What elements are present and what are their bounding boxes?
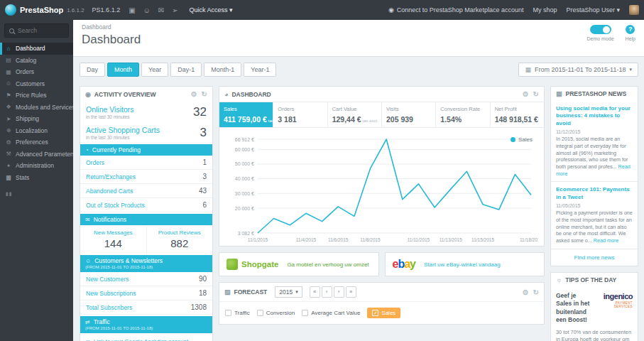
date-range-picker[interactable]: From 2015-11-01 To 2015-11-18 ▾: [518, 63, 638, 77]
dashboard-panel-header: DASHBOARD: [219, 87, 544, 102]
user-menu[interactable]: PrestaShop User ▾: [566, 6, 620, 13]
svg-text:66 912 €: 66 912 €: [235, 137, 254, 142]
sidebar-item-catalog[interactable]: Catalog: [0, 55, 73, 67]
sidebar-item-customers[interactable]: Customers: [0, 78, 73, 90]
range-button-day[interactable]: Day: [80, 63, 105, 77]
sidebar-item-stats[interactable]: Stats: [0, 172, 73, 184]
envelope-icon: [85, 217, 90, 223]
demo-mode-label: Demo mode: [586, 36, 613, 41]
last-year-button[interactable]: »: [346, 286, 356, 298]
shopgate-link[interactable]: Ga mobiel en verhoog uw omzet: [287, 261, 369, 268]
panel-refresh-icon[interactable]: [533, 288, 539, 296]
search-input[interactable]: [18, 27, 65, 34]
legend-toggle-sales[interactable]: ✓ Sales: [367, 308, 400, 318]
pending-row-orders[interactable]: Orders 1: [80, 156, 212, 170]
range-button-month-1[interactable]: Month-1: [204, 63, 241, 77]
activity-icon: [85, 91, 91, 98]
kpi-net-profit[interactable]: Net Profit 148 918,51 €: [491, 102, 544, 127]
home-icon: [5, 45, 12, 52]
customers-row-new-subscriptions[interactable]: New Subscriptions 18: [80, 286, 212, 301]
sidebar-collapse-button[interactable]: ▮▮: [0, 183, 73, 205]
first-year-button[interactable]: «: [310, 286, 320, 298]
customers-icon: [5, 80, 12, 87]
demo-mode-toggle[interactable]: [590, 25, 611, 34]
quick-access-menu[interactable]: Quick Access ▾: [190, 6, 233, 13]
active-carts-stat: Active Shopping Carts in the last 30 min…: [80, 122, 212, 143]
merchant-expertise-icon[interactable]: [172, 6, 178, 14]
panel-settings-icon[interactable]: [523, 90, 529, 98]
sidebar-item-dashboard[interactable]: Dashboard: [0, 43, 73, 55]
sidebar-item-advanced-parameters[interactable]: Advanced Parameters: [0, 148, 73, 161]
active-carts-value: 3: [200, 126, 207, 140]
sidebar-item-orders[interactable]: Orders: [0, 66, 73, 78]
kpi-cart-value[interactable]: Cart Value 129,44 €tax excl.: [328, 102, 382, 127]
kpi-sales[interactable]: Sales 411 759,00 €tax excl.: [219, 102, 273, 127]
panel-settings-icon[interactable]: [523, 288, 529, 296]
user-avatar[interactable]: [629, 5, 639, 15]
orders-notification-icon[interactable]: [129, 6, 135, 14]
marketplace-link[interactable]: Connect to PrestaShop Marketplace accoun…: [388, 6, 523, 13]
panel-refresh-icon[interactable]: [533, 90, 539, 98]
main-content: Dashboard Dashboard Demo mode ? Help Day…: [73, 20, 644, 341]
help-label: Help: [626, 36, 635, 41]
kpi-orders[interactable]: Orders 3 181: [273, 102, 327, 127]
sales-line-chart: 66 912 €60 000 €50 000 €40 000 €30 000 €…: [225, 132, 538, 244]
messages-notification-icon[interactable]: [158, 6, 164, 14]
product-reviews-cell[interactable]: Product Reviews 882: [146, 225, 213, 254]
my-shop-link[interactable]: My shop: [533, 6, 557, 13]
customers-row-total-subscribers[interactable]: Total Subscribers 1308: [80, 301, 212, 315]
news-item-title[interactable]: Ecommerce 101: Payments in a Tweet: [556, 186, 633, 201]
sidebar-item-modules[interactable]: Modules and Services: [0, 102, 73, 114]
tips-text: 30 tot 70% van de consumenten in Europa …: [556, 329, 633, 341]
truck-icon: [5, 116, 12, 122]
sidebar-item-preferences[interactable]: Preferences: [0, 136, 73, 148]
checkbox-icon: [302, 310, 308, 316]
kpi-conversion-rate[interactable]: Conversion Rate 1.54%: [436, 102, 490, 127]
legend-toggle-traffic[interactable]: Traffic: [225, 310, 250, 316]
sidebar-item-localization[interactable]: Localization: [0, 125, 73, 137]
sidebar-item-price-rules[interactable]: Price Rules: [0, 90, 73, 102]
svg-text:60 000 €: 60 000 €: [235, 147, 254, 152]
legend-toggle-conversion[interactable]: Conversion: [257, 310, 295, 316]
prestashop-news-panel: PRESTASHOP NEWS Using social media for y…: [550, 86, 638, 266]
sidebar-search[interactable]: [4, 23, 69, 38]
news-item-excerpt: In 2015, social media are an integral pa…: [556, 136, 633, 177]
sidebar-item-shipping[interactable]: Shipping: [0, 113, 73, 125]
customers-newsletters-header: Customers & Newsletters (FROM 2015-11-01…: [80, 255, 212, 272]
ebay-link[interactable]: Start uw eBay-winkel vandaag: [424, 261, 501, 268]
legend-toggle-average-cart-value[interactable]: Average Cart Value: [302, 310, 360, 316]
customers-notification-icon[interactable]: [143, 6, 151, 14]
kpi-visits[interactable]: Visits 205 939: [382, 102, 436, 127]
new-messages-cell[interactable]: New Messages 144: [80, 225, 146, 254]
news-item-title[interactable]: Using social media for your business: 4 …: [556, 105, 633, 127]
panel-refresh-icon[interactable]: [202, 90, 207, 98]
date-range-toolbar: Day Month Year Day-1 Month-1 Year-1 From…: [80, 63, 638, 77]
shopgate-logo: Shopgate: [227, 259, 278, 270]
chart-legend[interactable]: Sales: [511, 136, 533, 143]
year-select[interactable]: 2015 ▾: [275, 286, 302, 298]
range-button-day-1[interactable]: Day-1: [170, 63, 202, 77]
next-year-button[interactable]: ›: [334, 286, 344, 298]
pending-row-out-of-stock[interactable]: Out of Stock Products 6: [80, 198, 212, 212]
ingenico-logo[interactable]: ingenico PAYMENT SERVICES: [596, 292, 633, 325]
help-icon[interactable]: ?: [626, 25, 635, 34]
pending-row-abandoned-carts[interactable]: Abandoned Carts 43: [80, 184, 212, 198]
sidebar-item-administration[interactable]: Administration: [0, 160, 73, 172]
panel-settings-icon[interactable]: [191, 90, 197, 98]
shop-name[interactable]: PS1.6.1.2: [92, 6, 121, 13]
prev-year-button[interactable]: ‹: [322, 286, 332, 298]
range-button-year-1[interactable]: Year-1: [244, 63, 276, 77]
pending-row-returns[interactable]: Return/Exchanges 3: [80, 170, 212, 184]
range-button-month[interactable]: Month: [107, 63, 139, 77]
google-analytics-link[interactable]: Link to your Google Analytics account: [80, 333, 212, 341]
advanced-icon: [5, 151, 12, 157]
customers-row-new-customers[interactable]: New Customers 90: [80, 272, 212, 286]
prestashop-logo[interactable]: PrestaShop 1.6.1.2: [0, 4, 89, 16]
range-button-year[interactable]: Year: [141, 63, 168, 77]
svg-text:11/8/2015: 11/8/2015: [360, 237, 381, 242]
svg-text:11/15/2015: 11/15/2015: [471, 237, 494, 242]
sales-chart-container: 66 912 €60 000 €50 000 €40 000 €30 000 €…: [219, 128, 544, 246]
find-more-news-link[interactable]: Find more news: [551, 249, 638, 266]
read-more-link[interactable]: Read more: [594, 237, 619, 244]
svg-text:11/1/2015: 11/1/2015: [248, 237, 268, 242]
